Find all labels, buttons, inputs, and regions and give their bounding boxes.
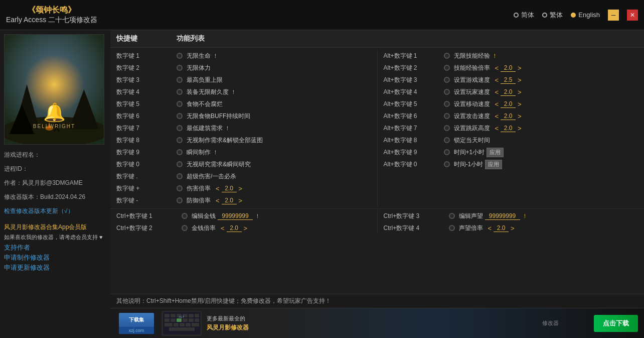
val-arrow-right[interactable]: > xyxy=(238,197,244,204)
lang-traditional-label: 繁体 xyxy=(550,11,563,20)
val-num: 2.0 xyxy=(222,185,237,192)
func-cell: 无视研究需求&瞬间研究 xyxy=(187,160,371,169)
toggle-dot[interactable] xyxy=(177,65,183,71)
toggle-dot[interactable] xyxy=(449,225,455,231)
val-arrow-right[interactable]: > xyxy=(517,64,523,72)
game-logo: 🔔 BELLWRIGHT xyxy=(33,103,75,129)
toggle-dot[interactable] xyxy=(177,161,183,167)
toggle-dot[interactable] xyxy=(444,113,450,119)
toggle-dot[interactable] xyxy=(177,185,183,191)
lang-traditional-radio[interactable] xyxy=(542,13,547,18)
cheat-row: Ctrl+数字键 1编辑金钱99999999 ！ xyxy=(110,210,377,222)
func-cell: 技能经验倍率<2.0> xyxy=(454,64,638,72)
key-cell: Alt+数字键 9 xyxy=(384,148,444,157)
toggle-dot[interactable] xyxy=(177,125,183,131)
toggle-dot[interactable] xyxy=(177,77,183,83)
ctrl-right-col: Ctrl+数字键 3编辑声望99999999 ！Ctrl+数字键 4声望倍率<2… xyxy=(378,210,645,234)
toggle-dot[interactable] xyxy=(444,161,450,167)
app-link[interactable]: 风灵月影修改器合集App会员版 xyxy=(4,223,106,232)
val-arrow-right[interactable]: > xyxy=(517,76,523,84)
func-text: 无限生命 xyxy=(187,52,211,60)
cheat-row: 数字键 8无视制作需求&解锁全部蓝图 xyxy=(110,134,377,146)
logo-text: BELLWRIGHT xyxy=(33,124,75,129)
func-text: 设置攻击速度 xyxy=(454,112,490,121)
minimize-button[interactable]: ─ xyxy=(608,10,619,21)
val-arrow-left[interactable]: < xyxy=(494,76,500,84)
request-update-link[interactable]: 申请更新修改器 xyxy=(4,263,106,272)
svg-rect-18 xyxy=(171,314,176,317)
val-arrow-right[interactable]: > xyxy=(517,100,523,108)
toggle-dot[interactable] xyxy=(177,89,183,95)
val-arrow-left[interactable]: < xyxy=(487,224,493,232)
toggle-dot[interactable] xyxy=(177,101,183,107)
toggle-dot[interactable] xyxy=(444,77,450,83)
func-text: 设置跳跃高度 xyxy=(454,124,490,133)
toggle-dot[interactable] xyxy=(444,149,450,155)
toggle-dot[interactable] xyxy=(177,149,183,155)
val-arrow-left[interactable]: < xyxy=(494,64,500,72)
key-cell: 数字键 + xyxy=(116,184,177,193)
toggle-dot[interactable] xyxy=(182,225,188,231)
toggle-dot[interactable] xyxy=(444,53,450,59)
support-author-link[interactable]: 支持作者 xyxy=(4,243,106,252)
cheat-row: 数字键 .超级伤害/一击必杀 xyxy=(110,170,377,182)
val-arrow-left[interactable]: < xyxy=(494,88,500,96)
lang-simplified-label: 简体 xyxy=(521,11,534,20)
val-arrow-right[interactable]: > xyxy=(517,125,523,132)
val-arrow-left[interactable]: < xyxy=(494,112,500,120)
ad-modifier-label: 修改器 xyxy=(542,319,559,327)
svg-rect-31 xyxy=(180,323,185,326)
toggle-dot[interactable] xyxy=(449,213,455,219)
request-create-link[interactable]: 申请制作修改器 xyxy=(4,253,106,262)
key-cell: Alt+数字键 6 xyxy=(384,112,444,121)
toggle-dot[interactable] xyxy=(444,89,450,95)
warn-icon: ！ xyxy=(255,212,260,220)
val-arrow-left[interactable]: < xyxy=(494,100,500,108)
toggle-dot[interactable] xyxy=(444,125,450,131)
toggle-dot[interactable] xyxy=(177,113,183,119)
lang-simplified[interactable]: 简体 xyxy=(514,11,534,20)
apply-button[interactable]: 应用 xyxy=(485,160,502,169)
toggle-dot[interactable] xyxy=(177,197,183,203)
lang-traditional[interactable]: 繁体 xyxy=(542,11,563,20)
lang-english[interactable]: English xyxy=(571,11,600,19)
ad-download-button[interactable]: 点击下载 xyxy=(594,315,638,332)
lang-english-radio[interactable] xyxy=(571,13,576,18)
toggle-dot[interactable] xyxy=(182,213,188,219)
update-check-link[interactable]: 检查修改器版本更新（√） xyxy=(4,205,106,217)
val-arrow-left[interactable]: < xyxy=(215,185,221,192)
val-arrow-left[interactable]: < xyxy=(220,224,226,232)
func-cell: 食物不会腐烂 xyxy=(187,100,371,108)
value-control: <2.0> xyxy=(215,197,243,204)
cheat-col-left: 数字键 1无限生命 ！数字键 2无限体力数字键 3最高负重上限数字键 4装备无限… xyxy=(110,50,378,206)
val-arrow-right[interactable]: > xyxy=(510,224,516,232)
val-arrow-right[interactable]: > xyxy=(517,88,523,96)
value-control: <2.5> xyxy=(494,76,523,84)
edit-value[interactable]: 99999999 xyxy=(218,212,253,220)
edit-value[interactable]: 99999999 xyxy=(485,212,520,220)
svg-rect-26 xyxy=(183,318,188,322)
toggle-dot[interactable] xyxy=(444,65,450,71)
val-arrow-right[interactable]: > xyxy=(517,112,523,120)
cheat-row: 数字键 +伤害倍率<2.0> xyxy=(110,182,377,194)
val-arrow-right[interactable]: > xyxy=(238,185,244,192)
value-control: <2.0> xyxy=(494,64,523,72)
lang-simplified-radio[interactable] xyxy=(514,13,519,18)
svg-rect-24 xyxy=(171,318,176,322)
func-text: 防御倍率 xyxy=(187,196,211,205)
func-text: 超级伤害/一击必杀 xyxy=(187,172,236,181)
func-text: 设置移动速度 xyxy=(454,100,490,108)
toggle-dot[interactable] xyxy=(177,53,183,59)
toggle-dot[interactable] xyxy=(444,137,450,143)
val-arrow-left[interactable]: < xyxy=(215,197,221,204)
key-cell: 数字键 2 xyxy=(116,64,177,72)
close-button[interactable]: ✕ xyxy=(627,10,638,21)
toggle-dot[interactable] xyxy=(444,101,450,107)
value-control: <2.0> xyxy=(215,185,243,192)
apply-button[interactable]: 应用 xyxy=(487,148,504,157)
val-arrow-right[interactable]: > xyxy=(243,224,249,232)
toggle-dot[interactable] xyxy=(177,173,183,179)
toggle-dot[interactable] xyxy=(177,137,183,143)
val-arrow-left[interactable]: < xyxy=(494,125,500,132)
cheat-row: 数字键 5食物不会腐烂 xyxy=(110,98,377,110)
